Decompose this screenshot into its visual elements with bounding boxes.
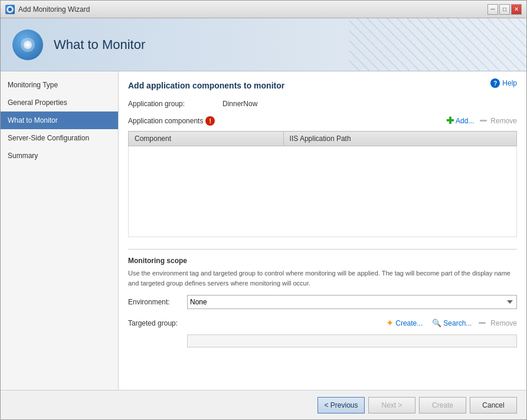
targeted-group-row: Targeted group: ✦ Create... 🔍 Search... … [128,316,517,330]
environment-select[interactable]: None Production Staging Development [187,295,517,309]
header-area: What to Monitor [1,18,526,71]
environment-row: Environment: None Production Staging Dev… [128,295,517,309]
application-group-row: Application group: DinnerNow [128,100,517,108]
scope-title: Monitoring scope [128,257,517,265]
column-iis-path: IIS Application Path [283,132,516,146]
search-button[interactable]: 🔍 Search... [430,317,474,329]
section-title: Add application components to monitor [128,81,517,90]
content-area: ? Help Add application components to mon… [119,71,526,390]
create-button[interactable]: ✦ Create... [384,316,425,330]
error-icon: ! [205,116,215,126]
maximize-button[interactable]: □ [499,4,510,15]
sidebar-item-general-properties[interactable]: General Properties [1,94,118,111]
svg-point-4 [26,43,30,47]
remove-button: Remove [490,117,517,125]
cancel-button[interactable]: Cancel [470,397,517,414]
remove-dash-icon [480,120,487,122]
targeted-remove-button: Remove [490,319,517,327]
title-bar-controls: ─ □ ✕ [487,4,522,15]
monitoring-scope-section: Monitoring scope Use the environment tag… [128,249,517,347]
window-title: Add Monitoring Wizard [18,5,487,14]
minimize-button[interactable]: ─ [487,4,498,15]
add-button[interactable]: ✚ Add... [444,114,476,127]
targeted-group-actions: ✦ Create... 🔍 Search... Remove [187,316,517,330]
previous-button[interactable]: < Previous [317,397,365,414]
environment-label: Environment: [128,298,187,306]
main-content: Monitoring Type General Properties What … [1,71,526,390]
help-link[interactable]: ? Help [490,78,517,88]
scope-description: Use the environment tag and targeted gro… [128,268,517,288]
sidebar-item-summary[interactable]: Summary [1,147,118,165]
header-decoration [349,18,526,71]
application-group-value: DinnerNow [222,100,257,108]
close-button[interactable]: ✕ [511,4,522,15]
svg-point-1 [8,8,12,11]
sidebar-item-monitoring-type[interactable]: Monitoring Type [1,76,118,94]
targeted-remove-dash-icon [479,322,486,324]
window: Add Monitoring Wizard ─ □ ✕ What to Moni… [0,0,527,420]
next-button[interactable]: Next > [368,397,415,414]
title-bar: Add Monitoring Wizard ─ □ ✕ [1,1,526,18]
add-remove-buttons: ✚ Add... Remove [444,114,517,127]
sidebar: Monitoring Type General Properties What … [1,71,119,390]
footer: < Previous Next > Create Cancel [1,390,526,419]
header-icon [12,29,43,60]
sidebar-item-server-side-configuration[interactable]: Server-Side Configuration [1,129,118,147]
add-icon: ✚ [446,115,454,126]
targeted-group-label: Targeted group: [128,319,187,327]
sidebar-item-what-to-monitor[interactable]: What to Monitor [1,111,118,129]
search-icon: 🔍 [432,319,441,327]
window-icon [5,5,15,14]
create-button[interactable]: Create [419,397,466,414]
targeted-input-row [128,334,517,347]
components-table: Component IIS Application Path [128,131,517,237]
application-components-label: Application components ! [128,116,444,126]
table-empty-row [129,146,517,237]
header-title: What to Monitor [54,37,145,52]
application-group-label: Application group: [128,100,222,108]
targeted-group-input[interactable] [187,334,517,347]
create-star-icon: ✦ [386,317,394,329]
column-component: Component [129,132,284,146]
application-components-row: Application components ! ✚ Add... Remove [128,114,517,127]
help-icon: ? [490,78,500,88]
